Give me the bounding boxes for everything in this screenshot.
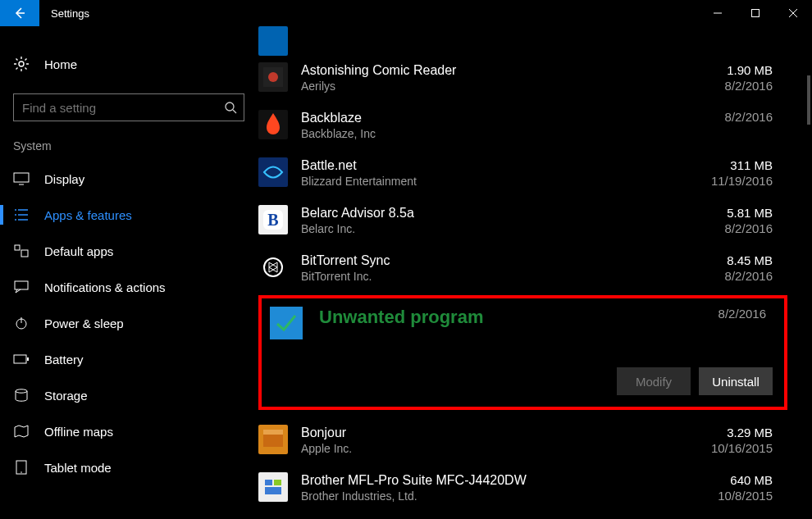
app-name: Bonjour [301,425,705,441]
app-icon [258,157,288,187]
svg-rect-4 [15,245,20,250]
app-row[interactable]: Battle.netBlizzard Entertainment311 MB11… [258,149,812,197]
selected-app-card: Unwanted program 8/2/2016 Modify Uninsta… [258,295,787,410]
home-label: Home [44,57,77,71]
svg-rect-21 [265,480,272,485]
svg-rect-8 [14,355,26,363]
arrow-left-icon [13,7,26,20]
app-publisher: Blizzard Entertainment [301,174,705,189]
app-publisher: Backblaze, Inc [301,126,705,141]
message-icon [13,279,30,295]
app-date: 8/2/2016 [718,307,773,321]
app-name: BitTorrent Sync [301,253,705,269]
scrollbar-thumb[interactable] [807,75,810,125]
sidebar-item-label: Default apps [44,244,113,258]
storage-icon [13,387,30,403]
app-name: Backblaze [301,110,705,126]
modify-button: Modify [617,367,691,395]
svg-text:B: B [267,211,278,229]
svg-point-17 [264,258,282,276]
app-size: 311 MB [705,157,773,174]
sidebar-item-label: Display [44,172,84,186]
settings-sidebar: Home System Display Apps & features Defa… [0,26,258,519]
app-row[interactable]: Brother MFL-Pro Suite MFC-J4420DWBrother… [258,464,812,512]
sidebar-item-notifications[interactable]: Notifications & actions [0,269,258,305]
app-icon [270,307,303,339]
sidebar-item-power[interactable]: Power & sleep [0,305,258,341]
window-titlebar: Settings [0,0,812,26]
close-icon [788,8,798,18]
checkmark-icon [275,312,298,335]
svg-rect-22 [274,480,281,485]
app-size: 1.90 MB [705,62,773,79]
app-name: Belarc Advisor 8.5a [301,205,705,221]
svg-point-10 [16,389,27,393]
sidebar-item-storage[interactable]: Storage [0,377,258,413]
app-publisher: Aerilys [301,79,705,93]
search-input[interactable] [22,101,224,115]
back-button[interactable] [0,0,39,26]
sidebar-item-label: Offline maps [44,425,113,439]
search-settings-box[interactable] [13,93,244,121]
sidebar-item-battery[interactable]: Battery [0,341,258,377]
maximize-icon [750,8,760,18]
sidebar-item-default-apps[interactable]: Default apps [0,233,258,269]
app-icon [258,472,288,502]
sidebar-item-tablet[interactable]: Tablet mode [0,449,258,485]
app-size: 3.29 MB [705,425,773,441]
app-date: 10/16/2015 [705,441,773,456]
minimize-button[interactable] [699,0,737,26]
app-icon [258,253,288,282]
svg-rect-0 [752,10,760,17]
app-publisher: BitTorrent Inc. [301,269,705,284]
close-button[interactable] [774,0,812,26]
app-date: 8/2/2016 [705,110,773,125]
app-name: Astonishing Comic Reader [301,62,705,79]
app-icon [258,110,288,139]
svg-rect-18 [263,434,283,447]
app-size: 5.81 MB [705,205,773,221]
list-icon [13,207,30,223]
app-icon [258,26,288,56]
sidebar-item-maps[interactable]: Offline maps [0,413,258,449]
app-date: 8/2/2016 [705,269,773,284]
svg-rect-5 [21,250,28,257]
sidebar-item-label: Storage [44,389,88,403]
app-icon: B [258,205,288,234]
app-size: 640 MB [705,472,773,489]
svg-point-12 [21,471,22,473]
battery-icon [13,351,30,367]
svg-point-14 [268,72,278,82]
sidebar-item-label: Notifications & actions [44,280,166,294]
app-row[interactable]: BackblazeBackblaze, Inc8/2/2016 [258,102,812,149]
app-row[interactable]: Microsoft Corporation [258,26,812,54]
minimize-icon [713,8,723,18]
gear-icon [13,56,30,72]
maximize-button[interactable] [737,0,774,26]
svg-rect-19 [263,430,283,435]
app-name: Battle.net [301,157,705,174]
power-icon [13,315,30,331]
sidebar-item-apps[interactable]: Apps & features [0,197,258,233]
svg-point-1 [19,61,24,66]
app-row[interactable]: Astonishing Comic ReaderAerilys1.90 MB8/… [258,54,812,102]
sidebar-item-label: Power & sleep [44,316,124,330]
uninstall-button[interactable]: Uninstall [699,367,773,395]
app-row[interactable]: BBelarc Advisor 8.5aBelarc Inc.5.81 MB8/… [258,197,812,244]
svg-rect-23 [265,487,281,494]
map-icon [13,423,30,439]
apps-icon [13,243,30,259]
sidebar-item-label: Tablet mode [44,461,112,475]
svg-rect-9 [27,357,29,361]
app-row[interactable]: CalculatorMicrosoft Corporation96.0 KB12… [258,512,812,519]
sidebar-item-display[interactable]: Display [0,161,258,197]
app-publisher: Belarc Inc. [301,221,705,236]
home-button[interactable]: Home [0,46,258,82]
apps-list-panel: Microsoft Corporation Astonishing Comic … [258,26,812,519]
app-date: 8/2/2016 [705,79,773,93]
app-date: 10/8/2015 [705,489,773,503]
app-row[interactable]: BitTorrent SyncBitTorrent Inc.8.45 MB8/2… [258,244,812,292]
svg-point-2 [226,102,234,111]
app-row[interactable]: BonjourApple Inc.3.29 MB10/16/2015 [258,417,812,464]
window-title: Settings [39,0,89,26]
